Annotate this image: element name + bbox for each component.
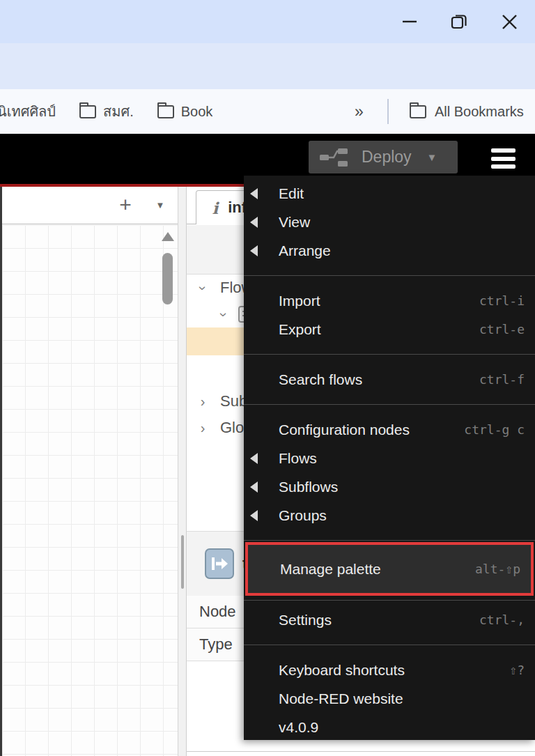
menu-separator bbox=[244, 275, 535, 276]
menu-item-version: v4.0.9 bbox=[244, 713, 535, 741]
all-bookmarks-label: All Bookmarks bbox=[435, 104, 524, 120]
workspace-region: + ▼ bbox=[2, 187, 178, 756]
bookmarks-overflow-chevron[interactable]: » bbox=[355, 102, 362, 121]
menu-item-nodered-website[interactable]: Node-RED website bbox=[244, 684, 535, 713]
menu-item-arrange[interactable]: Arrange bbox=[244, 236, 535, 265]
menu-item-edit[interactable]: Edit bbox=[244, 179, 535, 208]
menu-item-manage-palette[interactable]: Manage palette alt-⇧p bbox=[248, 555, 531, 583]
chevron-down-icon[interactable]: › bbox=[195, 280, 211, 295]
restore-icon bbox=[450, 13, 468, 31]
menu-item-subflows[interactable]: Subflows bbox=[244, 472, 535, 501]
bookmark-label: สมศ. bbox=[103, 100, 134, 123]
sidebar-footer-divider bbox=[187, 751, 535, 752]
menu-separator bbox=[244, 540, 535, 541]
workspace-tabbar: + ▼ bbox=[2, 187, 178, 224]
inject-node-icon bbox=[205, 548, 234, 579]
flow-list-dropdown-icon[interactable]: ▼ bbox=[150, 195, 171, 216]
browser-toolbar: ☆ bbox=[0, 43, 535, 89]
flow-canvas[interactable] bbox=[2, 225, 178, 756]
chevron-right-icon[interactable]: › bbox=[195, 420, 210, 436]
folder-icon bbox=[157, 105, 174, 118]
deploy-icon bbox=[318, 146, 350, 169]
add-flow-button[interactable]: + bbox=[112, 192, 139, 218]
menu-separator bbox=[244, 354, 535, 355]
window-restore-button[interactable] bbox=[443, 0, 475, 43]
deploy-label: Deploy bbox=[362, 148, 412, 167]
deploy-button[interactable]: Deploy ▼ bbox=[309, 141, 458, 173]
canvas-scrollbar-thumb[interactable] bbox=[162, 253, 173, 304]
folder-icon bbox=[410, 105, 426, 118]
submenu-left-arrow-icon bbox=[250, 453, 258, 464]
bookmark-folder[interactable]: Book bbox=[157, 104, 213, 120]
menu-item-view[interactable]: View bbox=[244, 208, 535, 236]
browser-titlebar bbox=[0, 0, 535, 43]
submenu-left-arrow-icon bbox=[250, 245, 258, 256]
bookmarks-separator bbox=[387, 99, 389, 124]
menu-item-import[interactable]: Import ctrl-i bbox=[244, 286, 535, 315]
divider-drag-handle[interactable] bbox=[181, 535, 184, 589]
menu-separator bbox=[244, 404, 535, 405]
scroll-up-icon[interactable] bbox=[162, 232, 174, 241]
bookmark-label: Book bbox=[181, 104, 213, 120]
info-icon: i bbox=[212, 199, 218, 217]
menu-item-export[interactable]: Export ctrl-e bbox=[244, 315, 535, 344]
menu-separator bbox=[244, 600, 535, 601]
menu-item-keyboard-shortcuts[interactable]: Keyboard shortcuts ⇧? bbox=[244, 656, 535, 684]
menu-item-flows[interactable]: Flows bbox=[244, 444, 535, 472]
bookmark-item[interactable]: นิเทศศิลป์ bbox=[0, 100, 56, 123]
row-label: Type bbox=[199, 635, 233, 654]
window-close-button[interactable] bbox=[493, 0, 525, 43]
main-dropdown-menu: Edit View Arrange Import ctrl-i Export c… bbox=[244, 176, 535, 740]
sidebar-resize-divider[interactable] bbox=[178, 187, 187, 756]
main-menu-button[interactable] bbox=[491, 148, 515, 169]
manage-palette-annotation-box: Manage palette alt-⇧p bbox=[245, 542, 534, 596]
window-minimize-button[interactable] bbox=[394, 0, 426, 43]
menu-item-search-flows[interactable]: Search flows ctrl-f bbox=[244, 365, 535, 394]
deploy-dropdown-caret-icon[interactable]: ▼ bbox=[427, 151, 437, 163]
submenu-left-arrow-icon bbox=[250, 188, 258, 199]
bookmark-label: นิเทศศิลป์ bbox=[0, 100, 56, 123]
bookmark-folder[interactable]: สมศ. bbox=[79, 100, 134, 123]
minimize-icon bbox=[401, 13, 419, 31]
submenu-left-arrow-icon bbox=[250, 510, 258, 521]
menu-item-groups[interactable]: Groups bbox=[244, 501, 535, 530]
folder-icon bbox=[79, 105, 96, 118]
submenu-left-arrow-icon bbox=[250, 481, 258, 493]
submenu-left-arrow-icon bbox=[250, 217, 258, 228]
browser-window: ☆ นิเทศศิลป์ สมศ. Book » All Bookmarks bbox=[0, 0, 535, 756]
menu-separator bbox=[244, 645, 535, 645]
all-bookmarks-button[interactable]: All Bookmarks bbox=[410, 104, 524, 120]
bookmarks-bar: นิเทศศิลป์ สมศ. Book » All Bookmarks bbox=[0, 89, 535, 134]
menu-item-configuration-nodes[interactable]: Configuration nodes ctrl-g c bbox=[244, 415, 535, 444]
row-label: Node bbox=[199, 603, 236, 621]
close-icon bbox=[500, 13, 519, 31]
chevron-right-icon[interactable]: › bbox=[195, 394, 210, 410]
menu-item-settings[interactable]: Settings ctrl-, bbox=[244, 605, 535, 634]
chevron-down-icon[interactable]: › bbox=[216, 307, 232, 322]
